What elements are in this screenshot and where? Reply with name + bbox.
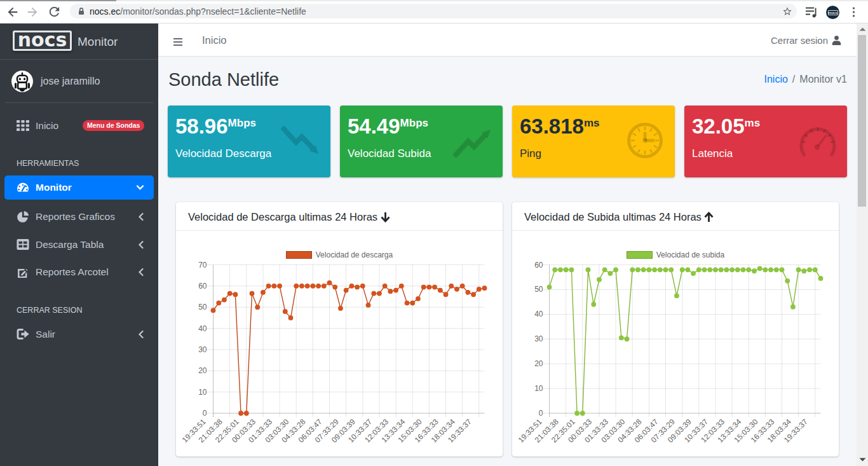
svg-text:20: 20 bbox=[198, 366, 207, 375]
navbar-inicio-link[interactable]: Inicio bbox=[202, 24, 227, 57]
scroll-up-icon[interactable] bbox=[859, 27, 866, 31]
svg-text:30: 30 bbox=[534, 334, 543, 343]
sondas-badge: Menu de Sondas bbox=[83, 120, 144, 131]
sidebar-item-monitor[interactable]: Monitor bbox=[4, 175, 154, 200]
card-label: Velocidad Descarga bbox=[175, 145, 271, 162]
chart-card-subida: Velocidad de Subida ultimas 24 Horas Vel… bbox=[512, 202, 839, 456]
svg-text:40: 40 bbox=[534, 310, 543, 319]
sidebar-item-label: Reportes Graficos bbox=[36, 205, 115, 229]
url-text[interactable]: nocs.ec/monitor/sondas.php?nselect=1&cli… bbox=[90, 4, 306, 19]
svg-text:50: 50 bbox=[534, 285, 543, 294]
menu-dots-icon[interactable] bbox=[849, 5, 858, 19]
hamburger-icon[interactable] bbox=[173, 38, 182, 46]
breadcrumb-separator: / bbox=[788, 74, 799, 85]
scroll-down-icon[interactable] bbox=[859, 458, 866, 462]
nav-header-cerrar-sesion: CERRAR SESION bbox=[17, 304, 150, 317]
card-velocidad-subida: 54.49Mbps Velocidad Subida bbox=[340, 106, 503, 177]
descarga-chart-plot: 01020304050607019:33:5121:03:3822:35:010… bbox=[176, 261, 503, 455]
svg-text:10: 10 bbox=[198, 388, 207, 397]
svg-text:50: 50 bbox=[198, 303, 207, 312]
sidebar-item-salir[interactable]: Salir bbox=[4, 322, 154, 346]
arrow-down-icon bbox=[381, 212, 390, 223]
card-label: Latencia bbox=[692, 145, 733, 162]
subida-chart-plot: 010203040506019:33:5121:03:3822:35:0100:… bbox=[512, 261, 839, 455]
nav-header-herramientas: HERRAMIENTAS bbox=[17, 157, 150, 170]
url-domain: nocs.ec bbox=[90, 6, 120, 17]
window-edge-left bbox=[0, 0, 116, 1]
legend-swatch bbox=[627, 251, 653, 259]
scrollbar[interactable] bbox=[857, 24, 868, 466]
reload-icon[interactable] bbox=[47, 4, 62, 19]
edit-icon bbox=[11, 260, 35, 284]
sidebar-item-label: Salir bbox=[36, 322, 55, 346]
sidebar-item-label: Inicio bbox=[36, 114, 58, 138]
address-bar[interactable]: nocs.ec/monitor/sondas.php?nselect=1&cli… bbox=[70, 4, 797, 18]
forward-icon[interactable] bbox=[25, 5, 39, 19]
top-navbar: Inicio Cerrar sesion bbox=[158, 24, 857, 57]
back-icon[interactable] bbox=[6, 5, 20, 19]
card-value: 63.818ms bbox=[520, 113, 600, 137]
pie-chart-icon bbox=[11, 205, 35, 229]
graph-up-icon bbox=[453, 126, 494, 158]
url-path: /monitor/sondas.php?nselect=1&cliente=Ne… bbox=[120, 6, 306, 17]
arrow-up-icon bbox=[704, 212, 714, 223]
extension-playlist-icon[interactable] bbox=[804, 5, 818, 19]
svg-text:10: 10 bbox=[534, 384, 543, 393]
sidebar-item-label: Monitor bbox=[36, 175, 72, 200]
user-name: jose jaramillo bbox=[41, 71, 142, 92]
sidebar-item-reportes-arcotel[interactable]: Reportes Arcotel bbox=[4, 260, 154, 284]
legend-label: Velocidad de subida bbox=[656, 250, 724, 259]
chart-title: Velocidad de Descarga ultimas 24 Horas bbox=[188, 209, 390, 224]
sidebar-item-inicio[interactable]: Inicio Menu de Sondas bbox=[4, 114, 154, 138]
tachometer-icon bbox=[11, 175, 35, 200]
table-icon bbox=[11, 233, 35, 257]
user-panel[interactable]: jose jaramillo bbox=[0, 24, 158, 102]
svg-text:60: 60 bbox=[534, 261, 543, 270]
chevron-left-icon bbox=[139, 260, 144, 284]
bookmark-star-icon[interactable] bbox=[782, 6, 792, 17]
chevron-left-icon bbox=[139, 322, 144, 346]
svg-text:60: 60 bbox=[198, 282, 207, 291]
svg-text:70: 70 bbox=[198, 261, 207, 270]
card-label: Velocidad Subida bbox=[348, 145, 431, 162]
chart-title: Velocidad de Subida ultimas 24 Horas bbox=[524, 209, 714, 224]
chart-header: Velocidad de Subida ultimas 24 Horas bbox=[512, 202, 839, 231]
legend-label: Velocidad de descarga bbox=[316, 250, 393, 259]
svg-text:30: 30 bbox=[198, 345, 207, 354]
speedometer-icon bbox=[799, 125, 837, 160]
sign-out-icon bbox=[11, 322, 35, 346]
logout-label: Cerrar sesion bbox=[771, 35, 828, 46]
breadcrumb-inicio[interactable]: Inicio bbox=[764, 74, 787, 85]
window-edge-right bbox=[116, 0, 868, 1]
sidebar-item-label: Descarga Tabla bbox=[36, 233, 104, 257]
card-label: Ping bbox=[520, 145, 541, 162]
clock-icon bbox=[627, 122, 663, 159]
chart-header: Velocidad de Descarga ultimas 24 Horas bbox=[176, 202, 503, 231]
page-title: Sonda Netlife bbox=[168, 70, 279, 89]
chevron-left-icon bbox=[139, 233, 144, 257]
sidebar-item-label: Reportes Arcotel bbox=[36, 260, 109, 284]
sidebar-item-descarga-tabla[interactable]: Descarga Tabla bbox=[4, 233, 154, 257]
profile-avatar-logo: nocs bbox=[828, 10, 838, 15]
navbar-logout-link[interactable]: Cerrar sesion bbox=[771, 24, 841, 57]
profile-avatar[interactable]: nocs bbox=[826, 6, 839, 19]
chart-legend[interactable]: Velocidad de subida bbox=[512, 250, 839, 259]
grid-icon bbox=[11, 114, 35, 138]
user-avatar bbox=[11, 71, 33, 92]
card-latencia: 32.05ms Latencia bbox=[684, 106, 847, 177]
browser-toolbar: nocs.ec/monitor/sondas.php?nselect=1&cli… bbox=[0, 0, 868, 24]
card-velocidad-descarga: 58.96Mbps Velocidad Descarga bbox=[168, 106, 330, 177]
sidebar-item-reportes-graficos[interactable]: Reportes Graficos bbox=[4, 205, 154, 229]
chart-legend[interactable]: Velocidad de descarga bbox=[176, 250, 503, 259]
breadcrumb: Inicio/Monitor v1 bbox=[764, 74, 847, 85]
chevron-left-icon bbox=[139, 205, 144, 229]
legend-swatch bbox=[286, 251, 312, 259]
scrollbar-thumb[interactable] bbox=[858, 35, 866, 207]
graph-down-icon bbox=[281, 126, 322, 158]
card-ping: 63.818ms Ping bbox=[512, 106, 675, 177]
breadcrumb-current: Monitor v1 bbox=[799, 74, 847, 85]
svg-text:0: 0 bbox=[539, 409, 543, 418]
svg-text:20: 20 bbox=[534, 359, 543, 368]
lock-icon bbox=[77, 7, 86, 16]
card-value: 54.49Mbps bbox=[348, 113, 428, 137]
